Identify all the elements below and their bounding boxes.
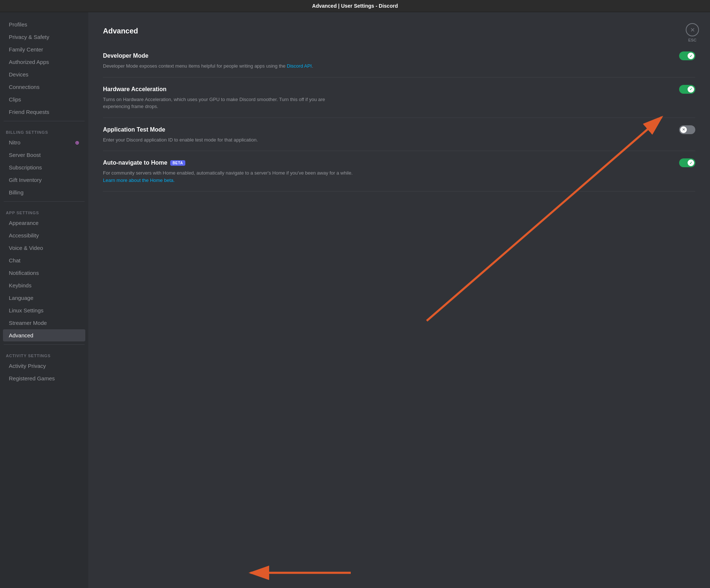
setting-description-auto-navigate: For community servers with Home enabled,… xyxy=(103,169,353,184)
setting-row-hardware-acceleration: Hardware Acceleration ✓ Turns on Hardwar… xyxy=(103,78,695,118)
sidebar-item-activity-privacy[interactable]: Activity Privacy xyxy=(3,360,85,372)
setting-header-hardware-acceleration: Hardware Acceleration ✓ xyxy=(103,85,695,94)
check-icon: ✓ xyxy=(689,87,692,91)
sidebar-item-nitro[interactable]: Nitro ⊕ xyxy=(3,136,85,148)
sidebar-item-connections[interactable]: Connections xyxy=(3,81,85,93)
sidebar-item-clips[interactable]: Clips xyxy=(3,93,85,105)
page-title: Advanced xyxy=(103,27,695,35)
setting-row-application-test-mode: Application Test Mode ✕ Enter your Disco… xyxy=(103,118,695,151)
sidebar-item-linux-settings[interactable]: Linux Settings xyxy=(3,304,85,316)
activity-settings-label: ACTIVITY SETTINGS xyxy=(0,348,88,359)
setting-row-developer-mode: Developer Mode ✓ Developer Mode exposes … xyxy=(103,44,695,78)
sidebar-item-accessibility[interactable]: Accessibility xyxy=(3,229,85,241)
sidebar-divider-billing xyxy=(4,121,85,121)
sidebar-item-keybinds[interactable]: Keybinds xyxy=(3,279,85,291)
sidebar-item-registered-games[interactable]: Registered Games xyxy=(3,372,85,384)
sidebar-item-family-center[interactable]: Family Center xyxy=(3,43,85,55)
sidebar-item-devices[interactable]: Devices xyxy=(3,68,85,80)
esc-button[interactable]: ✕ ESC xyxy=(686,23,699,42)
setting-name-application-test-mode: Application Test Mode xyxy=(103,126,165,133)
toggle-knob-application-test-mode: ✕ xyxy=(680,126,687,133)
esc-circle: ✕ xyxy=(686,23,699,36)
beta-badge: BETA xyxy=(170,160,185,166)
toggle-knob-developer-mode: ✓ xyxy=(688,53,694,59)
sidebar-item-chat[interactable]: Chat xyxy=(3,254,85,266)
title-bar: Advanced | User Settings - Discord xyxy=(0,0,710,12)
x-icon: ✕ xyxy=(682,128,685,132)
setting-name-hardware-acceleration: Hardware Acceleration xyxy=(103,86,167,93)
toggle-knob-hardware-acceleration: ✓ xyxy=(688,86,694,93)
setting-name-developer-mode: Developer Mode xyxy=(103,53,149,59)
toggle-knob-auto-navigate: ✓ xyxy=(688,159,694,166)
sidebar-item-subscriptions[interactable]: Subscriptions xyxy=(3,161,85,173)
check-icon: ✓ xyxy=(689,54,692,58)
setting-header-auto-navigate: Auto-navigate to Home BETA ✓ xyxy=(103,158,695,167)
nitro-icon: ⊕ xyxy=(75,140,79,146)
toggle-developer-mode[interactable]: ✓ xyxy=(679,51,695,60)
sidebar-item-gift-inventory[interactable]: Gift Inventory xyxy=(3,174,85,186)
app-settings-label: APP SETTINGS xyxy=(0,205,88,216)
sidebar-divider-app xyxy=(4,201,85,202)
setting-row-auto-navigate: Auto-navigate to Home BETA ✓ For communi… xyxy=(103,151,695,191)
toggle-hardware-acceleration[interactable]: ✓ xyxy=(679,85,695,94)
billing-settings-label: BILLING SETTINGS xyxy=(0,124,88,136)
esc-label: ESC xyxy=(688,38,697,42)
sidebar-item-privacy-safety[interactable]: Privacy & Safety xyxy=(3,31,85,43)
check-icon: ✓ xyxy=(689,161,692,165)
sidebar-item-appearance[interactable]: Appearance xyxy=(3,217,85,229)
sidebar: Profiles Privacy & Safety Family Center … xyxy=(0,12,88,588)
sidebar-item-friend-requests[interactable]: Friend Requests xyxy=(3,106,85,118)
sidebar-item-server-boost[interactable]: Server Boost xyxy=(3,149,85,161)
sidebar-item-voice-video[interactable]: Voice & Video xyxy=(3,242,85,254)
home-beta-link[interactable]: Learn more about the Home beta. xyxy=(103,178,175,183)
title-bar-text: Advanced | User Settings - Discord xyxy=(312,3,398,9)
sidebar-item-notifications[interactable]: Notifications xyxy=(3,267,85,279)
setting-description-developer-mode: Developer Mode exposes context menu item… xyxy=(103,62,353,70)
toggle-auto-navigate[interactable]: ✓ xyxy=(679,158,695,167)
setting-name-auto-navigate: Auto-navigate to Home BETA xyxy=(103,159,185,166)
sidebar-item-advanced[interactable]: Advanced xyxy=(3,329,85,341)
sidebar-divider-activity xyxy=(4,344,85,345)
setting-header-developer-mode: Developer Mode ✓ xyxy=(103,51,695,60)
sidebar-item-language[interactable]: Language xyxy=(3,292,85,304)
app-container: Profiles Privacy & Safety Family Center … xyxy=(0,12,710,588)
setting-description-hardware-acceleration: Turns on Hardware Acceleration, which us… xyxy=(103,96,353,110)
sidebar-item-profiles[interactable]: Profiles xyxy=(3,18,85,31)
sidebar-item-billing[interactable]: Billing xyxy=(3,186,85,198)
setting-header-application-test-mode: Application Test Mode ✕ xyxy=(103,125,695,134)
toggle-application-test-mode[interactable]: ✕ xyxy=(679,125,695,134)
sidebar-item-authorized-apps[interactable]: Authorized Apps xyxy=(3,56,85,68)
setting-description-application-test-mode: Enter your Discord application ID to ena… xyxy=(103,136,353,144)
discord-api-link[interactable]: Discord API xyxy=(287,63,312,69)
main-content: Advanced ✕ ESC Developer Mode ✓ Develope… xyxy=(88,12,710,588)
sidebar-item-streamer-mode[interactable]: Streamer Mode xyxy=(3,317,85,329)
